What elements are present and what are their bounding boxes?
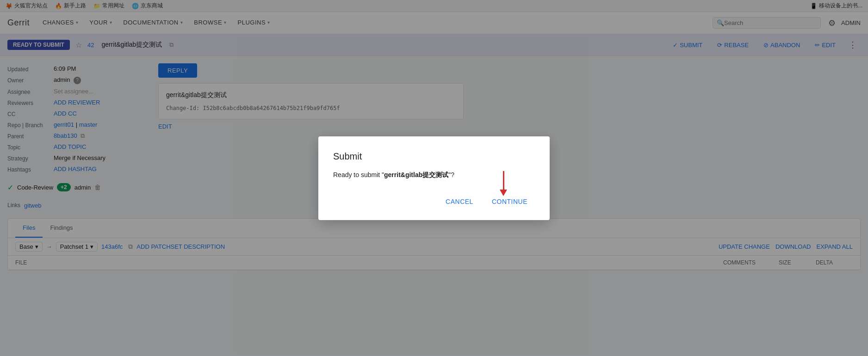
modal-change-name: gerrit&gitlab提交测试 — [384, 171, 448, 178]
annotation-arrow — [500, 171, 507, 196]
modal-actions: CANCEL CONTINUE — [333, 194, 535, 209]
arrow-head — [500, 190, 507, 196]
modal-title: Submit — [333, 151, 535, 162]
modal-cancel-button[interactable]: CANCEL — [438, 194, 481, 209]
modal-overlay: Submit Ready to submit "gerrit&gitlab提交测… — [0, 0, 868, 278]
modal-box: Submit Ready to submit "gerrit&gitlab提交测… — [318, 136, 550, 220]
modal-continue-button[interactable]: CONTINUE — [484, 194, 535, 209]
arrow-shaft — [503, 171, 504, 190]
